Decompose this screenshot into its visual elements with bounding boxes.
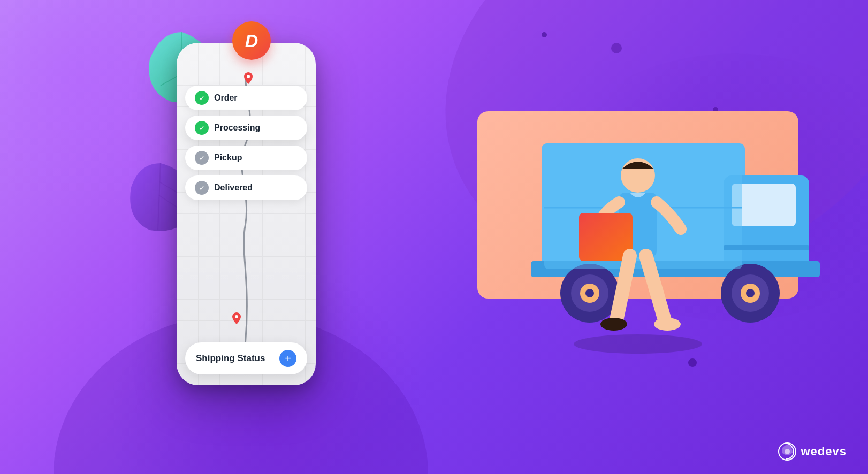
app-logo: D: [232, 21, 271, 60]
shipping-bar: Shipping Status +: [185, 342, 307, 374]
svg-rect-23: [724, 245, 809, 250]
phone-body: ✓ Order ✓ Processing ✓ Pickup ✓ Delivere…: [177, 43, 316, 385]
svg-point-8: [235, 315, 238, 318]
svg-line-4: [158, 163, 161, 230]
map-pin-bottom: [232, 312, 241, 326]
status-card-pickup: ✓ Pickup: [185, 146, 307, 170]
wedevs-text: wedevs: [801, 445, 847, 458]
status-icon-pickup: ✓: [195, 151, 209, 165]
status-card-order: ✓ Order: [185, 86, 307, 110]
status-icon-processing: ✓: [195, 121, 209, 135]
truck-scene: [424, 90, 825, 384]
status-label-order: Order: [214, 93, 238, 103]
svg-point-20: [746, 289, 755, 297]
phone-mockup: D ✓ Order ✓ Processing: [177, 43, 326, 417]
shipping-plus-button[interactable]: +: [279, 350, 296, 367]
wedevs-icon: [778, 442, 797, 461]
status-card-processing: ✓ Processing: [185, 116, 307, 140]
wedevs-logo: wedevs: [778, 442, 847, 461]
status-cards: ✓ Order ✓ Processing ✓ Pickup ✓ Delivere…: [185, 86, 307, 200]
status-label-pickup: Pickup: [214, 153, 242, 163]
svg-point-16: [585, 289, 594, 297]
status-label-processing: Processing: [214, 123, 260, 133]
status-card-delivered: ✓ Delivered: [185, 175, 307, 200]
svg-point-27: [600, 318, 627, 331]
svg-point-29: [574, 334, 702, 354]
status-label-delivered: Delivered: [214, 183, 253, 193]
svg-point-31: [785, 449, 790, 454]
shipping-label: Shipping Status: [196, 353, 265, 364]
svg-point-28: [654, 318, 681, 331]
status-icon-order: ✓: [195, 91, 209, 105]
status-icon-delivered: ✓: [195, 181, 209, 195]
app-logo-letter: D: [245, 32, 258, 50]
map-pin-top: [244, 72, 253, 86]
truck-illustration: [424, 90, 825, 384]
svg-point-7: [247, 75, 250, 78]
